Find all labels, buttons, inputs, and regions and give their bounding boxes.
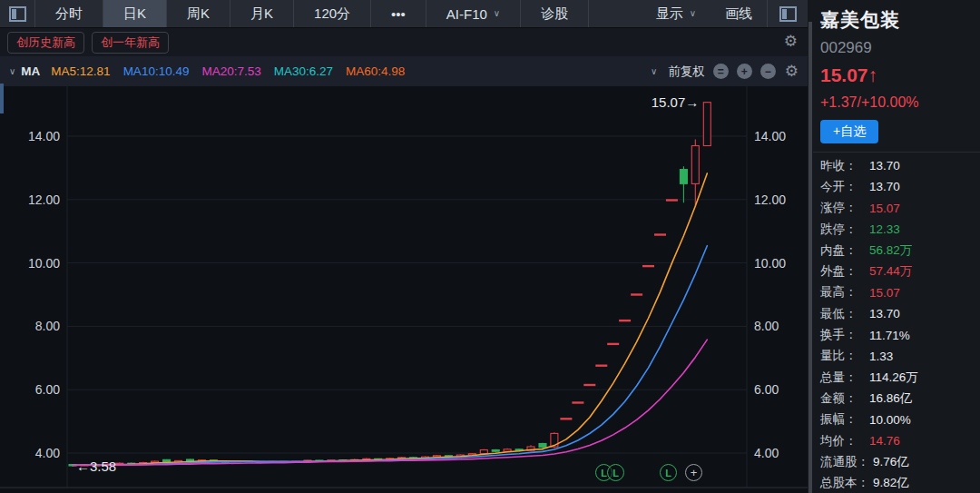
tab-diagnose[interactable]: 诊股 [521,0,589,27]
stat-row: 昨收：13.70 [820,155,978,176]
chart-area[interactable]: 14.0014.0012.0012.0010.0010.008.008.006.… [0,86,808,493]
adjust-mode-label[interactable]: 前复权 [668,64,705,80]
overlay-single-button[interactable]: L [660,464,677,481]
stat-value: 10.00% [869,413,911,427]
stat-row: 总量：114.26万 [820,367,978,388]
l-badge-icon: L [607,464,624,481]
stat-row: 均价：14.76 [820,430,978,451]
stat-row: 振幅：10.00% [820,409,978,430]
tab-label: 诊股 [541,5,568,23]
tab-label: ••• [391,6,406,22]
stat-value: 11.71% [869,329,910,342]
layout-panel-left-button[interactable] [0,0,35,27]
tab-minute[interactable]: 分时 [35,0,103,27]
tab-label: 120分 [314,5,350,23]
stat-row: 涨停：15.07 [820,198,978,219]
toolbar-right-tools: 显示∨画线 [642,0,767,27]
chevron-down-icon: ∨ [690,9,696,18]
svg-text:15.07→: 15.07→ [652,94,700,110]
svg-text:10.00: 10.00 [28,256,60,271]
stat-value: 16.86亿 [869,390,912,407]
svg-text:←3.58: ←3.58 [76,458,116,474]
overlay-compare-button[interactable]: L L [595,464,624,481]
stat-value: 56.82万 [869,242,912,259]
stat-row: 量比：1.33 [820,346,978,367]
svg-text:8.00: 8.00 [754,319,779,333]
add-watchlist-button[interactable]: +自选 [820,120,878,143]
chevron-down-icon[interactable]: ∨ [9,67,15,76]
stat-label: 总股本： [820,475,869,491]
stat-row: 今开：13.70 [820,176,978,197]
ma-legend-ma20: MA20:7.53 [201,64,260,78]
tab-label: 日K [123,5,146,23]
tool-label: 显示 [656,5,683,23]
stat-value: 13.70 [869,307,900,320]
hidden-panel-edge[interactable] [0,84,4,113]
signal-tag-row: 创历史新高创一年新高 ⚙ [0,28,808,56]
svg-text:10.00: 10.00 [754,256,786,271]
svg-text:4.00: 4.00 [754,446,779,460]
stock-name: 嘉美包装 [820,7,980,33]
stat-label: 总量： [820,370,866,386]
stock-app-window: { "toolbar": { "tabs": [ {"id":"minute",… [0,0,980,493]
scrollbar[interactable] [808,22,812,493]
tool-label: 画线 [725,5,752,23]
gear-icon[interactable]: ⚙ [785,64,799,79]
stat-value: 15.07 [869,202,900,215]
stat-row: 跌停：12.33 [820,219,978,240]
chevron-down-icon[interactable]: ∨ [651,67,657,76]
stat-row: 外盘：57.44万 [820,261,978,281]
zoom-in-button[interactable]: + [737,64,752,79]
tab-label: AI-F10 [446,6,487,22]
stat-value: 1.33 [869,350,893,363]
candlestick-chart[interactable]: 14.0014.0012.0012.0010.0010.008.008.006.… [0,86,808,493]
stat-label: 跌停： [820,222,866,238]
stat-value: 9.76亿 [873,454,909,470]
svg-text:8.00: 8.00 [35,319,60,333]
tab-more-periods[interactable]: ••• [371,0,426,27]
signal-chip[interactable]: 创一年新高 [92,32,169,54]
signal-chip[interactable]: 创历史新高 [7,32,84,54]
svg-text:4.00: 4.00 [35,446,60,460]
tool-draw-line[interactable]: 画线 [710,0,767,27]
ma-legend-ma10: MA10:10.49 [123,64,190,78]
period-tabs: 分时日K周K月K120分•••AI-F10∨诊股 [35,0,589,27]
l-badge-icon: L [660,464,677,481]
layout-panel-right-button[interactable] [767,0,808,27]
stat-value: 13.70 [869,180,900,193]
svg-text:12.00: 12.00 [754,192,786,207]
ma-legend-ma30: MA30:6.27 [274,64,333,78]
stat-row: 金额：16.86亿 [820,388,978,409]
tab-120min[interactable]: 120分 [294,0,371,27]
stat-label: 换手： [820,327,866,343]
tab-monthly-k[interactable]: 月K [230,0,294,27]
reset-zoom-button[interactable]: = [713,64,729,79]
svg-text:6.00: 6.00 [754,382,779,397]
zoom-out-button[interactable]: − [760,64,776,79]
stat-label: 均价： [820,433,866,449]
ma-legend-ma60: MA60:4.98 [346,64,405,78]
price-up-arrow-icon: ↑ [868,64,878,85]
stat-label: 最低： [820,306,866,322]
tab-weekly-k[interactable]: 周K [167,0,230,27]
stat-value: 15.07 [869,286,900,300]
stat-row: 内盘：56.82万 [820,240,978,261]
svg-text:14.00: 14.00 [28,129,60,143]
stat-value: 9.82亿 [873,475,909,491]
tool-display[interactable]: 显示∨ [642,0,710,27]
stat-label: 昨收： [820,158,866,174]
overlay-add-button[interactable]: + [685,464,702,481]
panel-right-icon [779,6,797,22]
toolbar-spacer [589,0,641,27]
ma-group-label: MA [21,64,40,78]
signal-chips: 创历史新高创一年新高 [7,32,169,54]
svg-text:6.00: 6.00 [35,382,60,397]
tab-label: 周K [187,5,210,23]
stat-value: 13.70 [869,159,900,173]
ma-values: MA5:12.81MA10:10.49MA20:7.53MA30:6.27MA6… [51,64,417,78]
tab-ai-f10[interactable]: AI-F10∨ [426,0,521,27]
ma-legend-ma5: MA5:12.81 [51,64,110,78]
gear-icon[interactable]: ⚙ [784,34,798,49]
stat-row: 换手：11.71% [820,324,978,345]
tab-daily-k[interactable]: 日K [103,0,167,27]
